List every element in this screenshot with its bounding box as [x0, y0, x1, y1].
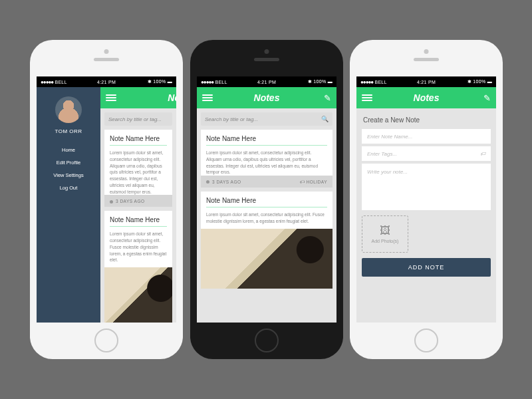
device-mockup-create: ●●●●● BELL 4:21 PM ✱ 100% ▬ Notes ✎ Crea… — [350, 40, 503, 359]
phone-sensor — [424, 49, 429, 54]
status-battery: ✱ 100% ▬ — [308, 79, 332, 84]
status-bar: ●●●●● BELL 4:21 PM ✱ 100% ▬ — [356, 76, 496, 87]
signal-carrier: ●●●●● BELL — [360, 79, 387, 85]
photo-icon: 🖼 — [380, 225, 390, 236]
status-time: 4:21 PM — [257, 80, 276, 84]
note-time: 3 DAYS AGO — [110, 199, 145, 203]
note-title: Note Name Here — [206, 197, 327, 204]
note-title: Note Name Here — [110, 216, 167, 223]
add-photo-label: Add Photo(s) — [372, 239, 399, 243]
note-card[interactable]: Note Name Here Lorem ipsum dolor sit ame… — [201, 130, 332, 176]
app-bar: Notes ✎ — [356, 87, 496, 108]
search-input[interactable]: Search by title or tag... 🔍 — [201, 112, 332, 126]
note-body: Lorem ipsum dolor sit amet, consectetur … — [206, 150, 327, 176]
status-time: 4:21 PM — [417, 80, 436, 84]
note-body: Lorem ipsum dolor sit amet, consectetur … — [110, 150, 167, 195]
app-bar: No — [100, 87, 176, 108]
sidebar-item-log-out[interactable]: Log Out — [53, 182, 83, 194]
status-bar: ●●●●● BELL 4:21 PM ✱ 100% ▬ — [197, 76, 336, 87]
home-button[interactable] — [414, 329, 438, 352]
sidebar-item-view-settings[interactable]: View Settings — [53, 169, 83, 182]
app-bar: Notes ✎ — [197, 87, 336, 108]
divider — [110, 145, 167, 146]
note-card[interactable]: Note Name Here Lorem ipsum dolor sit ame… — [201, 192, 332, 229]
create-note-form: Create a New Note Enter Note Name... Ent… — [356, 108, 496, 282]
hamburger-icon[interactable] — [202, 94, 213, 101]
status-battery: ✱ 100% ▬ — [467, 79, 492, 84]
status-bar: ●●●●● BELL 4:21 PM ✱ 100% ▬ — [37, 76, 176, 87]
search-placeholder: Search by title or tag... — [205, 116, 258, 122]
home-button[interactable] — [255, 329, 279, 352]
note-body: Lorem ipsum dolor sit amet, consectetur … — [110, 231, 167, 263]
note-title: Note Name Here — [110, 135, 167, 142]
tags-input[interactable]: Enter Tags... 🏷 — [362, 146, 491, 161]
sidebar-item-home[interactable]: Home — [53, 144, 83, 156]
phone-earpiece — [94, 58, 119, 61]
note-card[interactable]: Note Name Here Lorem ipsum dolor sit ame… — [104, 211, 172, 267]
note-card[interactable]: Note Name Here Lorem ipsum dolor sit ame… — [104, 130, 172, 195]
divider — [206, 145, 327, 146]
note-photo — [201, 229, 332, 289]
search-placeholder: Search by title or tag... — [108, 116, 162, 122]
hamburger-icon[interactable] — [106, 94, 116, 101]
avatar[interactable] — [55, 96, 82, 123]
home-button[interactable] — [94, 329, 118, 352]
status-time: 4:21 PM — [97, 80, 116, 84]
device-mockup-list: ●●●●● BELL 4:21 PM ✱ 100% ▬ Notes ✎ Sear… — [190, 40, 343, 359]
hamburger-icon[interactable] — [362, 94, 372, 101]
app-title: Notes — [414, 92, 440, 103]
note-name-input[interactable]: Enter Note Name... — [362, 129, 491, 144]
content-shifted: No Search by title or tag... Note Name H… — [100, 87, 176, 323]
compose-icon[interactable]: ✎ — [324, 93, 331, 103]
search-input[interactable]: Search by title or tag... — [104, 112, 172, 126]
note-title: Note Name Here — [206, 135, 327, 142]
device-mockup-sidebar: ●●●●● BELL 4:21 PM ✱ 100% ▬ TOM ORR Home… — [30, 40, 183, 359]
phone-earpiece — [254, 58, 279, 61]
divider — [206, 207, 327, 207]
screen-sidebar: ●●●●● BELL 4:21 PM ✱ 100% ▬ TOM ORR Home… — [37, 76, 176, 323]
app-title: No — [168, 92, 176, 103]
add-photo-button[interactable]: 🖼 Add Photo(s) — [362, 215, 408, 253]
note-tag[interactable]: 🏷 HOLIDAY — [300, 180, 327, 184]
username-label: TOM ORR — [55, 128, 82, 134]
add-note-button[interactable]: ADD NOTE — [362, 258, 491, 277]
screen-list: ●●●●● BELL 4:21 PM ✱ 100% ▬ Notes ✎ Sear… — [197, 76, 336, 323]
note-meta: 3 DAYS AGO — [104, 195, 172, 207]
note-time: 3 DAYS AGO — [206, 180, 241, 184]
compose-icon[interactable]: ✎ — [483, 93, 491, 103]
signal-carrier: ●●●●● BELL — [41, 79, 67, 85]
tag-icon: 🏷 — [480, 151, 485, 157]
tag-icon: 🏷 — [300, 180, 305, 184]
note-name-placeholder: Enter Note Name... — [367, 134, 412, 140]
signal-carrier: ●●●●● BELL — [201, 79, 227, 85]
note-photo — [104, 267, 172, 323]
screen-create: ●●●●● BELL 4:21 PM ✱ 100% ▬ Notes ✎ Crea… — [356, 76, 496, 323]
note-body-input[interactable]: Write your note... — [362, 164, 491, 210]
tags-placeholder: Enter Tags... — [367, 151, 397, 157]
note-body: Lorem ipsum dolor sit amet, consectetur … — [206, 211, 327, 225]
app-title: Notes — [254, 92, 280, 103]
sidebar-item-edit-profile[interactable]: Edit Profile — [53, 156, 83, 169]
phone-sensor — [265, 49, 269, 54]
phone-sensor — [104, 49, 109, 54]
note-meta: 3 DAYS AGO 🏷 HOLIDAY — [201, 176, 332, 188]
note-body-placeholder: Write your note... — [367, 169, 408, 175]
divider — [110, 226, 167, 227]
add-note-label: ADD NOTE — [408, 264, 445, 271]
status-battery: ✱ 100% ▬ — [148, 79, 172, 84]
form-heading: Create a New Note — [363, 116, 491, 124]
nav-drawer: TOM ORR Home Edit Profile View Settings … — [37, 87, 100, 323]
phone-earpiece — [414, 58, 439, 61]
search-icon: 🔍 — [321, 116, 329, 122]
